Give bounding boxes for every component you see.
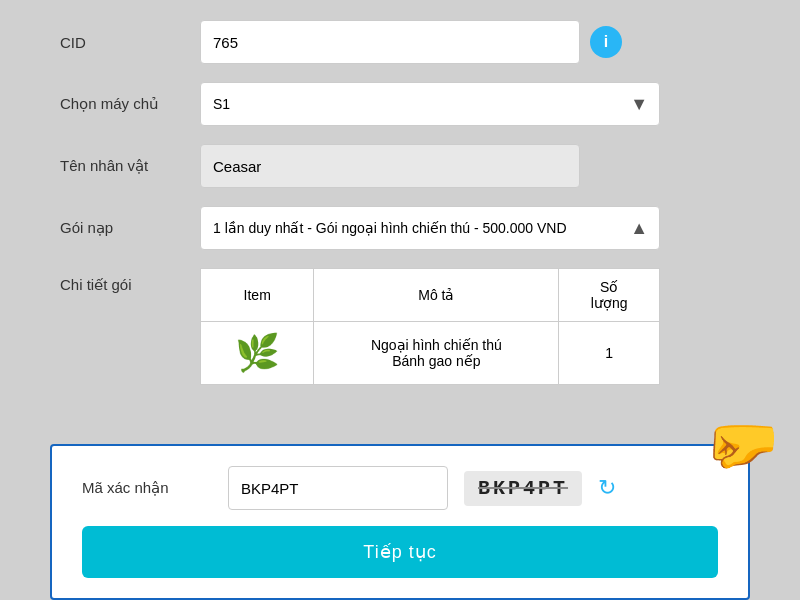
col-qty: Sốlượng bbox=[559, 269, 660, 322]
captcha-row: Mã xác nhận BKP4PT ↻ bbox=[82, 466, 718, 510]
item-icon: 🌿 bbox=[235, 332, 280, 373]
refresh-icon[interactable]: ↻ bbox=[598, 475, 616, 501]
cid-input[interactable] bbox=[200, 20, 580, 64]
server-select-wrapper: S1 S2 S3 ▼ bbox=[200, 82, 740, 126]
package-select-wrapper: 1 lần duy nhất - Gói ngoại hình chiến th… bbox=[200, 206, 740, 250]
captcha-input[interactable] bbox=[228, 466, 448, 510]
table-row: 🌿 Ngoại hình chiến thú Bánh gao nếp 1 bbox=[201, 322, 660, 385]
cid-row: CID i bbox=[60, 20, 740, 64]
char-input-wrapper bbox=[200, 144, 740, 188]
server-select[interactable]: S1 S2 S3 bbox=[200, 82, 660, 126]
cid-input-wrapper: i bbox=[200, 20, 740, 64]
item-cell: 🌿 bbox=[201, 322, 314, 385]
char-label: Tên nhân vật bbox=[60, 157, 200, 175]
page-container: CID i Chọn máy chủ S1 S2 S3 ▼ Tên nhân v… bbox=[0, 0, 800, 600]
detail-label: Chi tiết gói bbox=[60, 268, 200, 294]
detail-row: Chi tiết gói Item Mô tả Sốlượng 🌿 Ngoại bbox=[60, 268, 740, 385]
col-desc: Mô tả bbox=[314, 269, 559, 322]
package-select-container: 1 lần duy nhất - Gói ngoại hình chiến th… bbox=[200, 206, 660, 250]
char-name-input[interactable] bbox=[200, 144, 580, 188]
qty-cell: 1 bbox=[559, 322, 660, 385]
captcha-image: BKP4PT bbox=[464, 471, 582, 506]
desc-cell: Ngoại hình chiến thú Bánh gao nếp bbox=[314, 322, 559, 385]
col-item: Item bbox=[201, 269, 314, 322]
captcha-overlay: Mã xác nhận BKP4PT ↻ Tiếp tục bbox=[50, 444, 750, 600]
package-table: Item Mô tả Sốlượng 🌿 Ngoại hình chiến th… bbox=[200, 268, 660, 385]
server-label: Chọn máy chủ bbox=[60, 95, 200, 113]
cid-label: CID bbox=[60, 34, 200, 51]
server-select-container: S1 S2 S3 ▼ bbox=[200, 82, 660, 126]
char-row: Tên nhân vật bbox=[60, 144, 740, 188]
detail-table-wrapper: Item Mô tả Sốlượng 🌿 Ngoại hình chiến th… bbox=[200, 268, 740, 385]
package-row: Gói nạp 1 lần duy nhất - Gói ngoại hình … bbox=[60, 206, 740, 250]
server-row: Chọn máy chủ S1 S2 S3 ▼ bbox=[60, 82, 740, 126]
info-icon[interactable]: i bbox=[590, 26, 622, 58]
continue-button[interactable]: Tiếp tục bbox=[82, 526, 718, 578]
package-label: Gói nạp bbox=[60, 219, 200, 237]
captcha-label: Mã xác nhận bbox=[82, 479, 212, 497]
package-select[interactable]: 1 lần duy nhất - Gói ngoại hình chiến th… bbox=[200, 206, 660, 250]
